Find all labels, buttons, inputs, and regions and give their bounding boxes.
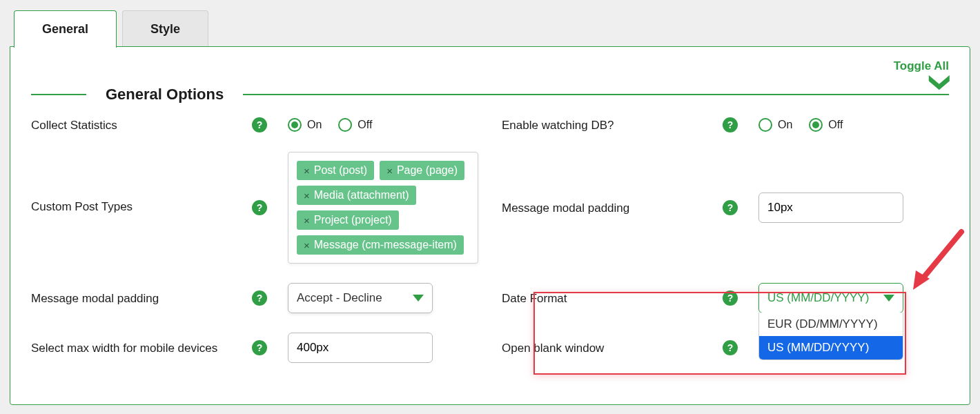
date-format-option[interactable]: EUR (DD/MM/YYYY) [759, 313, 903, 336]
message-modal-padding-select-label: Message modal padding [31, 290, 252, 306]
select-value: Accept - Decline [297, 291, 382, 305]
tag-label: Media (attachment) [314, 189, 409, 201]
enable-watching-db-radio: On Off [758, 118, 949, 132]
help-icon[interactable]: ? [252, 340, 267, 355]
tag-remove-icon[interactable]: × [304, 215, 310, 226]
toggle-all-button[interactable]: Toggle All ❯ [894, 59, 949, 92]
tag-remove-icon[interactable]: × [304, 190, 310, 201]
enable-watching-db-label: Enable watching DB? [502, 117, 723, 132]
tag-label: Post (post) [314, 164, 367, 177]
max-width-mobile-label: Select max width for mobile devices [31, 340, 252, 355]
radio-label-on: On [778, 119, 792, 131]
help-icon[interactable]: ? [252, 200, 267, 215]
select-value: US (MM/DD/YYYY) [767, 291, 869, 305]
message-modal-padding-text-label: Message modal padding [502, 200, 723, 215]
radio-label-off: Off [357, 119, 372, 131]
date-format-label: Date Format [502, 290, 723, 306]
collect-stats-off[interactable]: Off [338, 118, 372, 132]
tag-item[interactable]: ×Page (page) [380, 161, 464, 180]
tag-remove-icon[interactable]: × [304, 165, 310, 177]
tag-remove-icon[interactable]: × [304, 239, 310, 251]
date-format-dropdown: EUR (DD/MM/YYYY)US (MM/DD/YYYY) [758, 313, 903, 360]
tag-remove-icon[interactable]: × [386, 165, 393, 177]
tag-label: Page (page) [397, 164, 458, 177]
max-width-mobile-input[interactable] [288, 333, 433, 363]
custom-post-types-input[interactable]: ×Post (post)×Page (page)×Media (attachme… [288, 152, 478, 264]
custom-post-types-label: Custom Post Types [31, 152, 252, 214]
chevron-down-icon [413, 295, 424, 302]
collect-stats-on[interactable]: On [288, 118, 322, 132]
radio-label-on: On [307, 119, 322, 131]
radio-label-off: Off [828, 119, 843, 131]
help-icon[interactable]: ? [723, 290, 738, 306]
tag-item[interactable]: ×Post (post) [297, 161, 374, 180]
section-title: General Options [106, 86, 224, 103]
tab-style[interactable]: Style [122, 10, 208, 48]
message-modal-padding-input[interactable] [758, 193, 903, 223]
help-icon[interactable]: ? [252, 290, 267, 306]
tag-item[interactable]: ×Project (project) [297, 210, 399, 230]
tag-label: Project (project) [314, 214, 392, 226]
watching-db-on[interactable]: On [758, 118, 792, 132]
open-blank-window-label: Open blank window [502, 340, 723, 355]
help-icon[interactable]: ? [723, 117, 738, 132]
chevron-down-icon [883, 295, 894, 302]
tag-label: Message (cm-message-item) [314, 239, 457, 251]
divider-left [31, 94, 86, 95]
tag-item[interactable]: ×Message (cm-message-item) [297, 235, 464, 255]
tab-general[interactable]: General [14, 10, 117, 48]
divider-right [243, 94, 949, 95]
date-format-select[interactable]: US (MM/DD/YYYY) EUR (DD/MM/YYYY)US (MM/D… [758, 283, 903, 313]
help-icon[interactable]: ? [723, 340, 738, 355]
settings-tabs: General Style [14, 10, 970, 47]
watching-db-off[interactable]: Off [809, 118, 843, 132]
message-modal-padding-select[interactable]: Accept - Decline [288, 283, 433, 313]
help-icon[interactable]: ? [252, 117, 267, 132]
date-format-option[interactable]: US (MM/DD/YYYY) [759, 336, 903, 359]
settings-panel: Toggle All ❯ .toggle-all-chev{transform:… [10, 46, 970, 405]
section-header: General Options [31, 86, 949, 103]
collect-statistics-radio: On Off [288, 118, 478, 132]
tag-item[interactable]: ×Media (attachment) [297, 186, 416, 205]
help-icon[interactable]: ? [723, 200, 738, 215]
collect-statistics-label: Collect Statistics [31, 117, 252, 132]
chevron-down-icon: ❯ [936, 71, 945, 94]
